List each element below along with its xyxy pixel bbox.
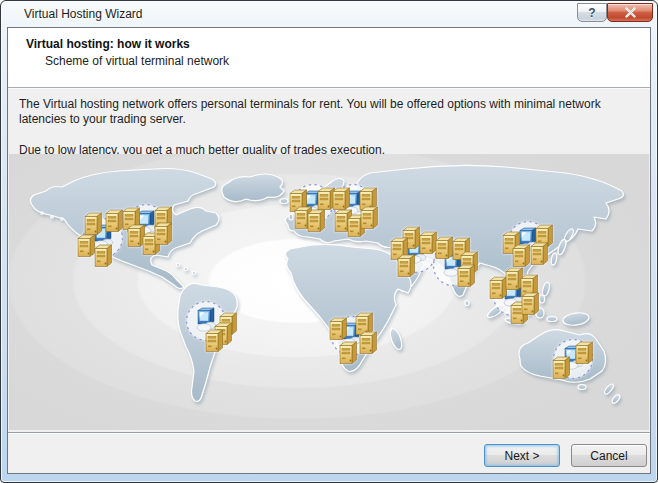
server-icon [522,293,539,315]
server-icon [360,188,377,210]
continent-greenland [222,174,284,202]
network-map [26,161,638,429]
island-tasmania [578,385,586,390]
virtual-hosting-wizard-dialog: Virtual Hosting Wizard ? Virtual hosting… [0,0,658,483]
server-cluster [553,340,593,379]
server-cluster [330,313,377,364]
cancel-button[interactable]: Cancel [571,444,647,467]
island-caribbean-3 [193,272,196,275]
server-icon [128,225,145,247]
world-map [9,154,649,430]
island-aleutian-3 [61,218,63,220]
island-timor [547,317,557,322]
server-icon [506,268,523,290]
island-new-zealand-2 [611,394,621,405]
server-icon [490,277,507,299]
next-button[interactable]: Next > [484,444,560,467]
server-icon [361,207,378,229]
island-caribbean-2 [185,268,188,271]
wizard-step-title: Virtual hosting: how it works [26,37,190,51]
wizard-header: Virtual hosting: how it works Scheme of … [8,28,650,88]
server-icon [398,255,415,277]
server-icon [356,313,373,335]
server-icon [318,188,335,210]
server-icon [531,243,548,265]
close-button[interactable] [607,3,653,22]
help-button[interactable]: ? [577,3,607,22]
server-icon [330,318,347,340]
island-sri-lanka [465,301,469,306]
island-philippines-1 [541,281,550,296]
close-icon [625,7,636,18]
server-cluster [333,185,378,237]
server-icon [206,330,223,352]
island-iceland [280,199,288,204]
server-icon [155,223,172,245]
help-icon: ? [588,6,595,20]
server-icon [553,357,570,379]
island-madagascar [388,327,404,351]
dialog-content: Virtual hosting: how it works Scheme of … [7,27,651,474]
description-paragraph: The Virtual hosting network offers perso… [19,97,641,127]
button-row: Next > Cancel [8,432,650,473]
island-new-zealand-1 [603,383,615,395]
island-aleutian-2 [51,216,53,218]
island-japan-3 [550,253,557,266]
island-caribbean-1 [177,264,180,267]
server-icon [360,332,377,354]
server-icon [458,265,475,287]
server-icon [308,210,325,232]
server-icon [340,342,357,364]
screen: Virtual Hosting Wizard ? Virtual hosting… [0,0,658,483]
server-icon [436,237,453,259]
wizard-step-subtitle: Scheme of virtual terminal network [45,54,229,68]
server-icon [78,235,95,257]
server-icon [513,245,530,267]
server-icon [576,342,593,364]
server-icon [420,232,437,254]
server-icon [85,213,102,235]
server-icon [95,245,112,267]
island-ireland [289,214,293,220]
description-text: The Virtual hosting network offers perso… [19,89,641,158]
server-cluster [490,268,539,324]
titlebar[interactable]: Virtual Hosting Wizard ? [1,1,657,27]
island-aleutian-1 [41,212,43,214]
island-new-guinea [562,311,589,327]
server-icon [333,188,350,210]
server-icon [106,210,123,232]
window-title: Virtual Hosting Wizard [24,7,143,21]
island-philippines-2 [540,295,545,303]
